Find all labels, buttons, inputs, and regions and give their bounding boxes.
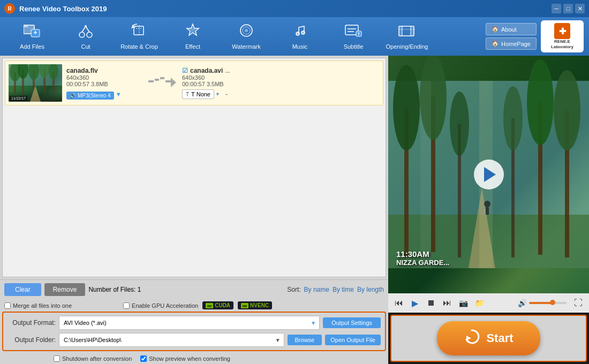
svg-rect-1 bbox=[24, 25, 28, 27]
toolbar-rotate-crop[interactable]: Rotate & Crop bbox=[112, 18, 166, 55]
minimize-button[interactable]: ─ bbox=[552, 4, 561, 13]
gpu-acceleration-option[interactable]: Enable GPU Acceleration bbox=[123, 302, 198, 309]
preview-label: Show preview when converting bbox=[149, 355, 230, 362]
svg-text:T: T bbox=[358, 32, 360, 36]
svg-rect-42 bbox=[155, 79, 159, 81]
sort-by-length[interactable]: By length bbox=[357, 286, 384, 293]
subtitle-value: T None bbox=[191, 91, 210, 97]
subtitle-section: T T None ▼ - bbox=[182, 89, 268, 99]
svg-rect-64 bbox=[420, 81, 431, 268]
right-panel: 11:30AM NIZZA GARDE... ⏮ ▶ ⏹ ⏭ 📷 📁 🔊 bbox=[388, 56, 589, 364]
svg-rect-25 bbox=[399, 26, 402, 36]
subtitle-label: Subtitle bbox=[344, 43, 364, 50]
merge-checkbox[interactable] bbox=[4, 302, 11, 309]
app-title: Renee Video Toolbox 2019 bbox=[19, 5, 552, 13]
toolbar-music[interactable]: Music bbox=[273, 18, 327, 55]
subtitle-t-icon: T bbox=[186, 92, 189, 97]
close-button[interactable]: ✕ bbox=[575, 4, 585, 13]
subtitle-dropdown-arrow[interactable]: ▼ bbox=[215, 92, 220, 97]
music-label: Music bbox=[292, 43, 308, 50]
toolbar: + Add Files Cut Rotate & bbox=[0, 17, 589, 56]
watermark-label: Watermark bbox=[232, 43, 260, 50]
play-triangle-icon bbox=[484, 167, 496, 182]
camera-button[interactable]: 📷 bbox=[457, 297, 470, 309]
file-count-label: Number of Files: 1 bbox=[88, 286, 141, 293]
toolbar-subtitle[interactable]: T Subtitle bbox=[327, 18, 380, 55]
folder-dropdown-arrow[interactable]: ▼ bbox=[272, 337, 284, 343]
start-label: Start bbox=[486, 331, 513, 345]
toolbar-effect[interactable]: Effect bbox=[166, 18, 220, 55]
conversion-arrow bbox=[146, 75, 178, 91]
output-folder-row: Output Folder: C:\Users\HP\Desktop\ ▼ Br… bbox=[7, 333, 381, 347]
svg-point-63 bbox=[503, 86, 523, 150]
sort-by-time[interactable]: By time bbox=[333, 286, 354, 293]
options-bar: Merge all files into one Enable GPU Acce… bbox=[0, 299, 388, 312]
dest-dimensions: 640x360 bbox=[182, 74, 268, 81]
open-output-button[interactable]: Open Output File bbox=[325, 335, 381, 345]
maximize-button[interactable]: □ bbox=[563, 4, 573, 13]
dest-check-icon: ☑ bbox=[182, 67, 188, 74]
toolbar-opening-ending[interactable]: Opening/Ending bbox=[380, 18, 434, 55]
clear-button[interactable]: Clear bbox=[4, 283, 41, 296]
subtitle-icon: T bbox=[344, 23, 363, 41]
svg-rect-67 bbox=[486, 207, 489, 215]
browse-button[interactable]: Browse bbox=[288, 335, 322, 345]
volume-slider-thumb[interactable] bbox=[550, 300, 555, 305]
svg-point-66 bbox=[484, 201, 490, 207]
subtitle-dropdown-btn[interactable]: T T None bbox=[182, 89, 214, 99]
fullscreen-button[interactable]: ⛶ bbox=[572, 297, 585, 309]
svg-point-53 bbox=[393, 65, 420, 150]
svg-rect-26 bbox=[411, 26, 414, 36]
audio-button[interactable]: 🔊 MP3(Stereo 4 bbox=[66, 92, 114, 100]
renee-brand: RENE.E Laboratory bbox=[551, 39, 573, 49]
opening-ending-label: Opening/Ending bbox=[386, 43, 428, 50]
play-pause-button[interactable]: ▶ bbox=[409, 297, 421, 309]
about-button[interactable]: 🏠 About bbox=[486, 23, 537, 35]
file-thumbnail: 11/22/17 bbox=[9, 64, 62, 102]
gpu-checkbox[interactable] bbox=[123, 302, 130, 309]
rotate-crop-label: Rotate & Crop bbox=[120, 43, 158, 50]
format-dropdown-arrow[interactable]: ▼ bbox=[307, 320, 319, 326]
output-settings-button[interactable]: Output Settings bbox=[323, 317, 381, 328]
video-overlay-time: 11:30AM NIZZA GARDE... bbox=[396, 249, 449, 267]
stop-button[interactable]: ⏹ bbox=[425, 297, 437, 309]
logo-letter: R bbox=[7, 6, 11, 12]
homepage-button[interactable]: 🏠 HomePage bbox=[486, 37, 537, 50]
play-button[interactable] bbox=[474, 160, 504, 189]
thumbnail-image: 11/22/17 bbox=[9, 64, 62, 102]
source-dimensions: 640x360 bbox=[66, 74, 141, 81]
merge-files-option[interactable]: Merge all files into one bbox=[4, 302, 72, 309]
svg-rect-41 bbox=[148, 80, 154, 82]
sort-by-name[interactable]: By name bbox=[304, 286, 329, 293]
skip-back-button[interactable]: ⏮ bbox=[392, 297, 405, 309]
output-settings: Output Format: AVI Video (*.avi) ▼ Outpu… bbox=[2, 312, 386, 351]
remove-button[interactable]: Remove bbox=[44, 283, 86, 296]
folder-button[interactable]: 📁 bbox=[473, 297, 486, 309]
toolbar-cut[interactable]: Cut bbox=[59, 18, 112, 55]
merge-label: Merge all files into one bbox=[13, 302, 72, 309]
gpu-label: Enable GPU Acceleration bbox=[132, 302, 198, 309]
toolbar-add-files[interactable]: + Add Files bbox=[5, 18, 59, 55]
nvenc-badge: nv NVENC bbox=[238, 301, 272, 309]
svg-text:+: + bbox=[33, 29, 37, 36]
audio-label: MP3(Stereo 4 bbox=[78, 93, 111, 98]
preview-checkbox[interactable] bbox=[140, 355, 147, 362]
shutdown-checkbox[interactable] bbox=[54, 355, 60, 362]
svg-marker-68 bbox=[466, 336, 471, 340]
preview-option[interactable]: Show preview when converting bbox=[140, 355, 230, 362]
start-button[interactable]: Start bbox=[437, 321, 540, 355]
shutdown-option[interactable]: Shutdown after conversion bbox=[54, 355, 132, 362]
svg-text:nv: nv bbox=[207, 304, 212, 308]
audio-dropdown[interactable]: ▼ bbox=[116, 91, 122, 97]
start-refresh-icon bbox=[464, 329, 480, 348]
format-label: Output Format: bbox=[7, 319, 56, 327]
volume-slider-track[interactable] bbox=[529, 302, 567, 304]
skip-forward-button[interactable]: ⏭ bbox=[441, 297, 454, 309]
svg-marker-45 bbox=[171, 78, 176, 87]
toolbar-watermark[interactable]: Watermark bbox=[220, 18, 273, 55]
svg-point-61 bbox=[450, 92, 469, 156]
svg-point-4 bbox=[79, 32, 85, 37]
window-controls: ─ □ ✕ bbox=[552, 4, 585, 13]
output-format-row: Output Format: AVI Video (*.avi) ▼ Outpu… bbox=[7, 316, 381, 330]
source-filename: canada.flv bbox=[66, 67, 141, 74]
